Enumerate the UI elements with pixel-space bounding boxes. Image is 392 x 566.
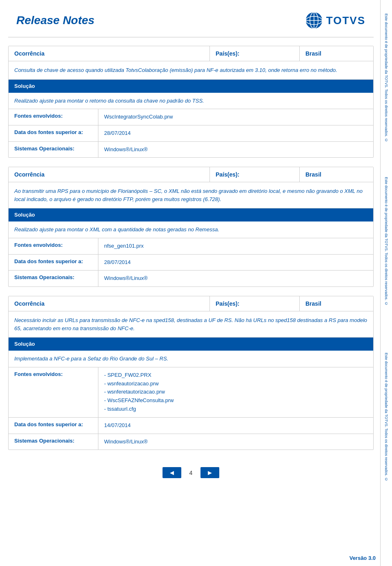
next-page-button[interactable]: ▶ [200,467,219,478]
solution-text-2: Implementada a NFC-e para a Sefaz do Rio… [9,351,373,367]
prev-page-button[interactable]: ◀ [163,467,181,478]
detail-row-0-1: Data dos fontes superior a:28/07/2014 [9,125,373,142]
side-text-2: Este documento é de propriedade da TOTVS… [381,172,392,311]
page-title: Release Notes [16,14,94,27]
detail-value-2-0: - SPED_FW02.PRX - wsnfeautorizacao.prw -… [98,367,373,417]
detail-value-2-1: 14/07/2014 [98,418,373,434]
sections-container: OcorrênciaPaís(es):BrasilConsulta de cha… [8,46,374,450]
pais-label-1: País(es): [210,167,300,182]
detail-label-0-0: Fontes envolvidos: [9,109,98,125]
detail-row-0-0: Fontes envolvidos:WscIntegratorSyncColab… [9,109,373,125]
section-card-1: OcorrênciaPaís(es):BrasilAo transmitir u… [8,167,374,287]
footer: ◀ 4 ▶ [8,459,374,482]
detail-row-2-1: Data dos fontes superior a:14/07/2014 [9,418,373,434]
detail-label-0-1: Data dos fontes superior a: [9,125,98,141]
totvs-logo-text: TOTVS [326,14,365,27]
detail-label-1-1: Data dos fontes superior a: [9,255,98,271]
detail-value-2-2: Windows®/Linux® [98,434,373,450]
solution-header-2: Solução [9,338,373,351]
detail-row-2-2: Sistemas Operacionais:Windows®/Linux® [9,434,373,450]
detail-row-1-0: Fontes envolvidos:nfse_gen101.prx [9,238,373,255]
detail-label-1-2: Sistemas Operacionais: [9,271,98,286]
detail-value-0-1: 28/07/2014 [98,125,373,141]
detail-label-1-0: Fontes envolvidos: [9,238,98,254]
globe-icon [305,11,323,29]
header: Release Notes TOTVS [8,4,374,38]
occurrence-header-1: OcorrênciaPaís(es):Brasil [9,167,373,182]
solution-text-0: Realizado ajuste para montar o retorno d… [9,93,373,110]
pais-value-2: Brasil [300,296,373,311]
section-card-2: OcorrênciaPaís(es):BrasilNecessário incl… [8,296,374,450]
detail-label-2-0: Fontes envolvidos: [9,367,98,417]
detail-label-2-2: Sistemas Operacionais: [9,434,98,450]
pais-value-0: Brasil [300,46,373,61]
detail-value-1-2: Windows®/Linux® [98,271,373,286]
detail-value-0-0: WscIntegratorSyncColab.prw [98,109,373,125]
detail-label-2-1: Data dos fontes superior a: [9,418,98,434]
page-number: 4 [189,470,193,476]
occurrence-header-0: OcorrênciaPaís(es):Brasil [9,46,373,61]
detail-row-2-0: Fontes envolvidos:- SPED_FW02.PRX - wsnf… [9,367,373,418]
detail-value-0-2: Windows®/Linux® [98,142,373,158]
main-content: Release Notes TOTVS OcorrênciaPaís(es):B… [4,0,378,486]
pais-label-2: País(es): [210,296,300,311]
pais-value-1: Brasil [300,167,373,182]
occurrence-header-2: OcorrênciaPaís(es):Brasil [9,296,373,311]
detail-value-1-1: 28/07/2014 [98,255,373,271]
description-0: Consulta de chave de acesso quando utili… [9,61,373,80]
detail-row-1-1: Data dos fontes superior a:28/07/2014 [9,255,373,271]
section-card-0: OcorrênciaPaís(es):BrasilConsulta de cha… [8,46,374,158]
description-2: Necessário incluir as URLs para transmis… [9,311,373,338]
solution-text-1: Realizado ajuste para montar o XML com a… [9,221,373,238]
description-1: Ao transmitir uma RPS para o município d… [9,182,373,208]
side-text-1: Este documento é de propriedade da TOTVS… [381,8,392,147]
version-text: Versão 3.0 [350,555,376,561]
detail-label-0-2: Sistemas Operacionais: [9,142,98,158]
detail-row-1-2: Sistemas Operacionais:Windows®/Linux® [9,271,373,286]
occurrence-label-0: Ocorrência [9,46,210,61]
pais-label-0: País(es): [210,46,300,61]
occurrence-label-1: Ocorrência [9,167,210,182]
solution-header-0: Solução [9,80,373,93]
solution-header-1: Solução [9,208,373,221]
occurrence-label-2: Ocorrência [9,296,210,311]
detail-value-1-0: nfse_gen101.prx [98,238,373,254]
logo-container: TOTVS [305,11,365,29]
side-text-3: Este documento é de propriedade da TOTVS… [381,335,392,499]
detail-row-0-2: Sistemas Operacionais:Windows®/Linux® [9,142,373,158]
